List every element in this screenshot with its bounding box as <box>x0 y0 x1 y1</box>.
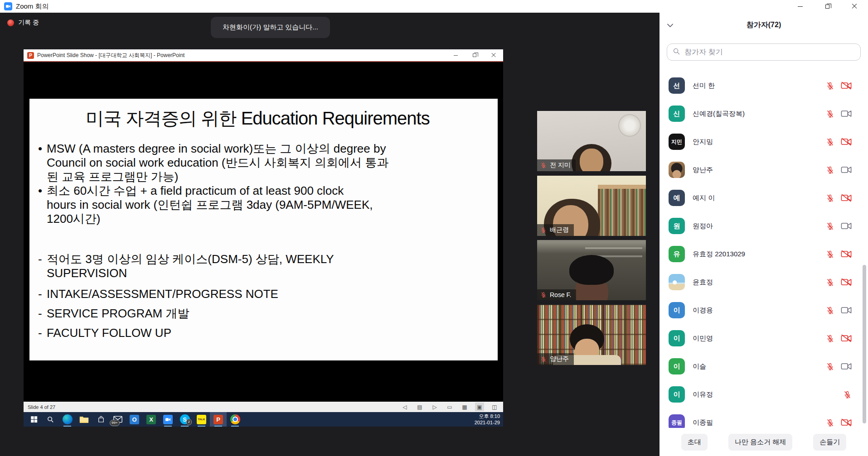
ppt-restore-button[interactable] <box>465 49 484 61</box>
participant-row[interactable]: 양난주 <box>659 156 868 184</box>
participant-status-icons <box>823 418 852 427</box>
participants-panel: 참가자(72) 선선미 한신신예경(칠곡장복)지민안지밍양난주예예지 이원원정아… <box>659 13 868 456</box>
powerpoint-icon[interactable]: P <box>210 412 227 427</box>
windows-taskbar: 99+OXS2TALKP 오후 8:10 2021-01-29 <box>24 412 503 427</box>
participant-row[interactable]: 선선미 한 <box>659 72 868 100</box>
slide-text-line: INTAKE/ASSESSMENT/PROGRESS NOTE <box>47 287 278 301</box>
unmute-me-button[interactable]: 나만 음소거 해제 <box>728 434 792 451</box>
mic-off-icon <box>826 334 834 343</box>
raise-hand-button[interactable]: 손들기 <box>813 434 846 451</box>
zoom-app-icon[interactable] <box>160 412 176 427</box>
annotation-menu-icon[interactable]: ▤ <box>415 403 424 411</box>
avatar-initials: 신 <box>669 106 685 122</box>
video-thumbnail[interactable]: 전 지미 <box>537 111 646 171</box>
video-off-icon <box>841 334 852 342</box>
participant-name: 선미 한 <box>693 82 823 90</box>
edge-icon[interactable] <box>59 412 76 427</box>
bullet-marker: - <box>38 326 42 340</box>
participant-row[interactable]: 신신예경(칠곡장복) <box>659 100 868 128</box>
participant-name: 원정아 <box>693 222 823 230</box>
participant-status-icons <box>823 306 852 315</box>
store-icon[interactable] <box>92 412 109 427</box>
video-on-icon <box>841 222 852 230</box>
avatar-initials: 지민 <box>669 134 685 150</box>
slideshow-view-icon[interactable]: ◫ <box>490 403 499 411</box>
start-button[interactable] <box>25 412 42 427</box>
avatar-initials: 원 <box>669 218 685 234</box>
slide-letterbox-top <box>24 62 503 99</box>
participant-row[interactable]: 원원정아 <box>659 212 868 240</box>
kakaotalk-icon[interactable]: TALK <box>193 412 210 427</box>
video-off-icon <box>841 82 852 90</box>
badge: 2 <box>186 419 192 425</box>
avatar-initials: 이 <box>669 358 685 374</box>
participant-name: 이유정 <box>693 390 823 399</box>
skype-icon[interactable]: S2 <box>176 412 193 427</box>
participant-row[interactable]: 지민안지밍 <box>659 128 868 156</box>
video-thumbnail[interactable]: 양난주 <box>537 305 646 365</box>
person-face <box>580 149 603 171</box>
file-explorer-icon[interactable] <box>76 412 92 427</box>
participant-row[interactable]: 이이유정 <box>659 380 868 408</box>
video-on-icon <box>841 110 852 118</box>
avatar-initials: 유 <box>669 246 685 262</box>
ppt-minimize-button[interactable] <box>446 49 465 61</box>
wall-fan <box>619 115 640 136</box>
bullet-marker: • <box>38 184 42 198</box>
mail-icon[interactable]: 99+ <box>109 412 126 427</box>
mic-off-icon <box>843 390 852 399</box>
invite-button[interactable]: 초대 <box>681 434 708 451</box>
minimize-button[interactable] <box>786 0 814 13</box>
outlook-icon[interactable]: O <box>126 412 143 427</box>
previous-slide-icon[interactable]: ◁ <box>400 403 409 411</box>
mic-off-icon <box>826 306 834 315</box>
slide-text-line: 된 교육 프로그램만 가능) <box>47 170 178 183</box>
participant-video-label: Rose F. <box>537 289 576 300</box>
search-button[interactable] <box>42 412 59 427</box>
participant-name: 배근령 <box>550 226 569 234</box>
participant-name: 양난주 <box>550 355 569 363</box>
participant-status-icons <box>823 110 852 118</box>
chrome-icon[interactable] <box>227 412 243 427</box>
participant-row[interactable]: 이이경용 <box>659 296 868 324</box>
ppt-close-button[interactable] <box>484 49 503 61</box>
participant-row[interactable]: 이이민영 <box>659 324 868 352</box>
person-cap <box>569 255 614 285</box>
participants-scrollbar[interactable] <box>863 265 866 423</box>
avatar <box>669 274 685 290</box>
chevron-down-icon[interactable] <box>667 22 674 30</box>
reading-view-icon[interactable]: ▣ <box>475 403 484 411</box>
mic-off-icon <box>826 362 834 371</box>
video-on-icon <box>841 166 852 174</box>
participant-status-icons <box>823 334 852 343</box>
participant-row[interactable]: 이이슬 <box>659 352 868 380</box>
search-input[interactable] <box>684 48 855 56</box>
record-dot-icon <box>7 19 14 26</box>
restore-button[interactable] <box>814 0 841 13</box>
participant-row[interactable]: 유유효정 22013029 <box>659 240 868 268</box>
next-slide-icon[interactable]: ▷ <box>430 403 439 411</box>
participant-row[interactable]: 종필이종필 <box>659 408 868 428</box>
participant-name: 유효정 22013029 <box>693 250 823 259</box>
slide-text-line: SUPERVISION <box>47 266 127 280</box>
participant-name: 윤효정 <box>693 278 823 287</box>
participant-status-icons <box>823 390 852 399</box>
slide-text-line: MSW (A masters degree in social work)또는 … <box>47 142 386 155</box>
video-thumbnail[interactable]: 배근령 <box>537 176 646 236</box>
mic-off-icon <box>826 278 834 287</box>
video-thumbnail[interactable]: Rose F. <box>537 240 646 300</box>
mic-off-icon <box>826 138 834 146</box>
mic-off-icon <box>540 162 547 168</box>
close-button[interactable] <box>841 0 868 13</box>
excel-icon[interactable]: X <box>143 412 160 427</box>
slide-sorter-view-icon[interactable]: ▦ <box>460 403 469 411</box>
notes-view-icon[interactable]: ▭ <box>445 403 454 411</box>
participant-name: 양난주 <box>693 166 823 174</box>
participant-row[interactable]: 윤효정 <box>659 268 868 296</box>
avatar-initials: 이 <box>669 330 685 346</box>
avatar-initials: 예 <box>669 190 685 206</box>
slide-text-line: Council on social work education (반드시 사회… <box>47 156 388 169</box>
clock-date: 2021-01-29 <box>475 419 500 426</box>
active-speaker-banner: 차현화이(가) 말하고 있습니다... <box>211 17 330 38</box>
participant-row[interactable]: 예예지 이 <box>659 184 868 212</box>
